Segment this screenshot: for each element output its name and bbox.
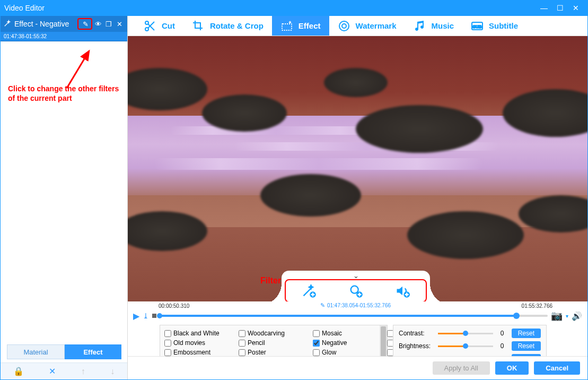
subtitle-icon: SUB (471, 20, 484, 32)
tab-rotate-crop[interactable]: Rotate & Crop (183, 16, 272, 36)
svg-rect-3 (282, 24, 292, 30)
filter-label: Black and White (173, 330, 220, 337)
tab-material[interactable]: Material (7, 344, 65, 359)
cancel-button[interactable]: Cancel (534, 361, 580, 375)
move-up-icon[interactable]: ↑ (81, 367, 85, 376)
edit-icon[interactable]: ✎ (81, 19, 90, 29)
bottom-bar: Apply to All OK Cancel (128, 356, 587, 379)
snapshot-icon[interactable]: 📷 (551, 310, 563, 322)
filter-label: Mosaic (322, 330, 342, 337)
brightness-value: 0 (497, 342, 507, 350)
volume-icon[interactable]: 🔊 (572, 311, 582, 321)
brightness-slider[interactable] (438, 346, 493, 347)
play-icon[interactable]: ▶ (133, 311, 139, 321)
effect-bubble: ⌄ (282, 271, 430, 301)
filter-label: Glow (322, 349, 336, 356)
svg-point-5 (342, 24, 346, 28)
filter-checkbox[interactable] (239, 349, 245, 356)
filter-label: Poster (248, 349, 266, 356)
close-button[interactable]: ✕ (568, 0, 584, 16)
brightness-row: Brightness: 0 Reset (399, 341, 541, 351)
tab-watermark[interactable]: Watermark (329, 16, 405, 36)
contrast-slider[interactable] (438, 333, 493, 334)
filter-item[interactable]: Black and White (164, 329, 239, 338)
contrast-value: 0 (497, 330, 507, 337)
filter-checkbox[interactable] (313, 330, 320, 337)
filter-label: Embossment (173, 349, 210, 356)
delete-icon[interactable]: ✕ (49, 366, 56, 376)
brightness-reset-button[interactable]: Reset (512, 341, 541, 351)
filter-item[interactable]: Old movies (164, 338, 239, 348)
watermark-icon (338, 20, 350, 32)
sidebar-header-label: Effect - Negative (14, 20, 77, 28)
filter-label: Pencil (248, 339, 265, 347)
filter-label: Old movies (173, 339, 205, 347)
snapshot-dropdown-icon[interactable]: ▾ (566, 313, 568, 319)
sidebar-tabs: Material Effect (7, 344, 121, 359)
timeline-handle[interactable] (513, 313, 520, 319)
eye-icon[interactable]: 👁 (93, 19, 103, 29)
window-title: Video Editor (4, 4, 536, 12)
tab-music[interactable]: Music (405, 16, 463, 36)
filter-label: Negative (322, 339, 347, 347)
annotation-edit-hint: Click to change the other filters of the… (8, 84, 119, 103)
tab-subtitle[interactable]: SUB Subtitle (462, 16, 526, 36)
timeline-center-label: ✎01:47:38.054-01:55:32.766 (196, 302, 515, 309)
close-effect-icon[interactable]: ✕ (115, 19, 124, 29)
top-tabs: Cut Rotate & Crop Effect Watermark Music… (128, 16, 587, 36)
duplicate-icon[interactable]: ❐ (104, 19, 113, 29)
maximize-button[interactable]: ☐ (552, 0, 568, 16)
timeline: 00:00:50.310 ✎01:47:38.054-01:55:32.766 … (128, 301, 587, 323)
contrast-reset-button[interactable]: Reset (512, 329, 541, 338)
filter-item[interactable]: Negative (313, 338, 387, 348)
svg-text:SUB: SUB (473, 24, 482, 29)
tab-rotate-crop-label: Rotate & Crop (210, 21, 264, 30)
sidebar: Effect - Negative ✎ 👁 ❐ ✕ 01:47:38-01:55… (1, 16, 128, 379)
wand-icon (4, 20, 11, 29)
contrast-label: Contrast: (399, 330, 434, 337)
tab-subtitle-label: Subtitle (489, 21, 518, 30)
apply-all-button[interactable]: Apply to All (433, 361, 490, 375)
filter-checkbox[interactable] (313, 340, 320, 347)
chevron-down-icon[interactable]: ⌄ (353, 272, 359, 280)
filter-item[interactable]: Woodcarving (239, 329, 313, 338)
minimize-button[interactable]: — (536, 0, 552, 16)
filter-checkbox[interactable] (164, 340, 171, 347)
filter-item[interactable]: Pencil (239, 338, 313, 348)
svg-point-2 (145, 28, 148, 31)
tab-cut[interactable]: Cut (135, 16, 183, 36)
tab-effect[interactable]: Effect (65, 344, 121, 359)
tab-music-label: Music (432, 21, 454, 30)
sidebar-toolbar: 🔒 ✕ ↑ ↓ (1, 362, 127, 379)
step-icon[interactable]: ⤓ (143, 312, 149, 320)
svg-point-4 (339, 21, 349, 31)
audio-add-icon[interactable] (394, 283, 410, 299)
pen-icon: ✎ (320, 302, 325, 308)
tab-effect-label: Effect (299, 21, 321, 30)
stop-icon[interactable] (152, 314, 156, 318)
timeline-end-label: 01:55:32.766 (515, 303, 552, 309)
scissors-icon (144, 20, 156, 32)
filter-checkbox[interactable] (239, 330, 245, 337)
filter-add-icon[interactable] (301, 283, 317, 299)
filter-checkbox[interactable] (313, 349, 320, 356)
tab-cut-label: Cut (162, 21, 175, 30)
filter-checkbox[interactable] (164, 349, 171, 356)
filter-item[interactable]: Mosaic (313, 329, 387, 338)
brightness-label: Brightness: (399, 342, 434, 350)
zoom-add-icon[interactable] (348, 283, 364, 299)
timeline-track[interactable] (160, 315, 548, 317)
sidebar-header: Effect - Negative ✎ 👁 ❐ ✕ (1, 16, 127, 32)
filter-checkbox[interactable] (164, 330, 171, 337)
move-down-icon[interactable]: ↓ (110, 367, 115, 376)
tab-effect-top[interactable]: Effect (272, 16, 329, 36)
video-preview: Filter, zoom effect and audio effect ⌄ (128, 36, 587, 301)
ok-button[interactable]: OK (495, 361, 529, 375)
sidebar-time-range[interactable]: 01:47:38-01:55:32 (1, 32, 127, 41)
app-body: Effect - Negative ✎ 👁 ❐ ✕ 01:47:38-01:55… (0, 16, 588, 380)
filter-checkbox[interactable] (239, 340, 245, 347)
contrast-row: Contrast: 0 Reset (399, 329, 541, 338)
lock-icon[interactable]: 🔒 (13, 366, 24, 376)
svg-line-0 (67, 51, 89, 88)
svg-point-9 (351, 286, 358, 293)
